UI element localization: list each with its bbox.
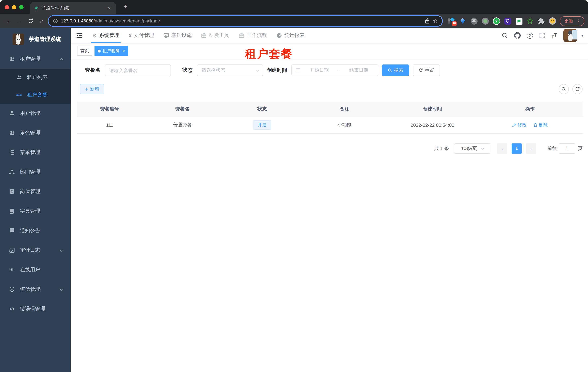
top-menu-system[interactable]: ⚙ 系统管理 <box>88 28 124 43</box>
status-label: 状态 <box>182 67 193 74</box>
url-text[interactable]: 127.0.0.1:48080/admin-ui/system/tenant/p… <box>61 19 421 23</box>
top-menu-workflow[interactable]: 工作流程 <box>234 28 272 43</box>
github-icon[interactable] <box>514 32 520 39</box>
chat-bubble-icon <box>9 228 15 234</box>
sidebar-item-label: 短信管理 <box>20 286 40 293</box>
window-minimize-button[interactable] <box>12 5 16 9</box>
main-area: 租户套餐 ⚙ 系统管理 ¥ 支付管理 <box>71 28 588 372</box>
goto-page-input[interactable] <box>559 143 575 153</box>
toggle-search-button[interactable] <box>559 84 569 94</box>
sidebar-item-error-code[interactable]: </> 错误码管理 <box>0 299 71 319</box>
sidebar-item-user-management[interactable]: 用户管理 <box>0 104 71 123</box>
extension-tasks-icon[interactable]: 10 <box>448 17 455 25</box>
help-icon[interactable]: ? <box>527 32 533 39</box>
start-date-placeholder[interactable]: 开始日期 <box>304 67 335 74</box>
package-name-input[interactable] <box>105 64 171 76</box>
tag-label: 首页 <box>80 48 89 54</box>
extension-badge: 10 <box>452 21 457 26</box>
avatar[interactable] <box>564 29 577 43</box>
current-page-button[interactable]: 1 <box>512 143 522 153</box>
sidebar-item-label: 租户管理 <box>20 56 40 62</box>
sidebar-item-dict-management[interactable]: 字典管理 <box>0 202 71 221</box>
sidebar-item-notice[interactable]: 通知公告 <box>0 221 71 241</box>
annotation-overlay: 租户套餐 <box>245 46 293 62</box>
table-tools <box>559 84 583 94</box>
sidebar-item-tenant-list[interactable]: 租户列表 <box>0 69 71 86</box>
reset-button[interactable]: 重置 <box>413 64 440 76</box>
sidebar-item-audit-log[interactable]: 审计日志 <box>0 241 71 260</box>
sidebar-item-label: 通知公告 <box>20 227 40 234</box>
sidebar-item-post-management[interactable]: 岗位管理 <box>0 182 71 202</box>
browser-menu-kebab-icon[interactable]: ⋮ <box>576 18 581 24</box>
tab-close-icon[interactable]: × <box>106 5 112 11</box>
extension-y-icon[interactable]: Y <box>493 17 500 25</box>
page-size-select[interactable]: 10条/页 <box>454 143 490 153</box>
font-size-icon[interactable]: TT <box>552 32 557 39</box>
chevron-down-icon <box>256 68 260 72</box>
refresh-table-button[interactable] <box>572 84 583 94</box>
extension-kite-icon[interactable] <box>459 17 466 25</box>
extension-command-icon[interactable]: ⌘ <box>470 17 478 25</box>
extension-shield-icon[interactable] <box>504 17 511 25</box>
tag-close-icon[interactable]: × <box>122 48 125 53</box>
gear-icon: ⚙ <box>92 33 97 38</box>
add-button[interactable]: + 新增 <box>80 84 104 94</box>
sidebar-item-label: 租户列表 <box>27 74 47 81</box>
address-bar[interactable]: 127.0.0.1:48080/admin-ui/system/tenant/p… <box>49 16 442 26</box>
extension-star-icon[interactable] <box>526 17 534 25</box>
forward-button[interactable]: → <box>14 16 25 26</box>
delete-link[interactable]: 删除 <box>533 122 548 128</box>
bookmark-star-icon[interactable]: ☆ <box>433 18 438 24</box>
extension-chat-icon[interactable] <box>515 17 523 25</box>
sidebar-item-label: 岗位管理 <box>20 188 40 195</box>
browser-update-button[interactable]: 更新 ⋮ <box>560 16 584 26</box>
fullscreen-icon[interactable] <box>539 32 546 39</box>
share-icon[interactable] <box>424 18 430 24</box>
window-close-button[interactable] <box>5 5 9 9</box>
package-name-input-field[interactable] <box>109 68 166 73</box>
sidebar-item-sms-management[interactable]: 短信管理 <box>0 280 71 299</box>
sidebar-item-online-users[interactable]: 在线用户 <box>0 260 71 280</box>
reload-button[interactable] <box>25 16 36 26</box>
page-size-value: 10条/页 <box>461 145 477 152</box>
goto-label: 前往 <box>547 145 557 152</box>
top-menu-devtools[interactable]: 研发工具 <box>196 28 234 43</box>
top-menu-label: 工作流程 <box>247 32 267 39</box>
search-button[interactable]: 搜索 <box>382 64 409 76</box>
extensions-puzzle-icon[interactable] <box>538 17 545 25</box>
logo-rabbit-image <box>13 33 24 45</box>
extension-recorder-icon[interactable] <box>482 17 489 25</box>
top-menu-report[interactable]: 统计报表 <box>272 28 309 43</box>
sidebar: 芋道管理系统 租户管理 租户列表 <box>0 28 71 372</box>
back-button[interactable]: ← <box>4 16 14 26</box>
end-date-placeholder[interactable]: 结束日期 <box>343 67 374 74</box>
search-icon[interactable] <box>501 32 508 39</box>
sidebar-logo[interactable]: 芋道管理系统 <box>0 28 71 47</box>
prev-page-button[interactable]: ‹ <box>497 143 507 153</box>
date-range-picker[interactable]: 开始日期 - 结束日期 <box>292 64 378 76</box>
tag-home[interactable]: 首页 <box>77 46 92 56</box>
status-select[interactable]: 请选择状态 <box>197 64 263 76</box>
delete-link-label: 删除 <box>539 122 548 128</box>
top-menu-pay[interactable]: ¥ 支付管理 <box>124 28 159 43</box>
sidebar-item-menu-management[interactable]: 菜单管理 <box>0 143 71 162</box>
sidebar-item-role-management[interactable]: 角色管理 <box>0 123 71 143</box>
sidebar-collapse-button[interactable] <box>71 28 88 43</box>
home-button[interactable]: ⌂ <box>36 16 47 26</box>
col-header-status: 状态 <box>223 102 302 117</box>
yen-icon: ¥ <box>129 33 132 38</box>
profile-avatar-icon[interactable] <box>549 17 556 25</box>
top-menu-infra[interactable]: 基础设施 <box>159 28 196 43</box>
browser-tab[interactable]: 芋道管理系统 × <box>30 2 116 14</box>
next-page-button[interactable]: › <box>526 143 536 153</box>
sidebar-item-tenant-package[interactable]: 租户套餐 <box>0 86 71 104</box>
table-row: 111 普通套餐 开启 小功能 2022-02-22 00:54:00 修改 <box>77 117 583 133</box>
tag-tenant-package[interactable]: 租户套餐 × <box>94 46 128 56</box>
edit-link[interactable]: 修改 <box>512 122 527 128</box>
site-info-icon[interactable] <box>53 19 58 23</box>
window-zoom-button[interactable] <box>19 5 23 9</box>
caret-down-icon[interactable]: ▾ <box>581 33 583 38</box>
sidebar-item-dept-management[interactable]: 部门管理 <box>0 162 71 182</box>
new-tab-button[interactable]: + <box>120 1 130 11</box>
sidebar-item-tenant-management[interactable]: 租户管理 <box>0 49 71 69</box>
